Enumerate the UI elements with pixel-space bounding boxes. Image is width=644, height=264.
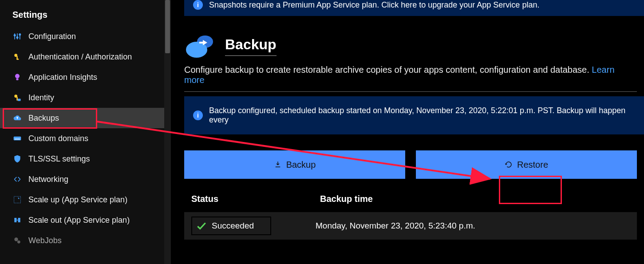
page-title: Backup [225,36,277,56]
sidebar-item-label: Networking [28,175,68,184]
page-header: Backup [184,34,644,59]
sidebar: Settings Configuration Authentication / … [0,0,171,264]
sidebar-item-webjobs[interactable]: WebJobs [0,230,171,251]
scale-out-icon [12,215,22,225]
sliders-icon [12,32,22,41]
backup-configured-banner: i Backup configured, scheduled backup st… [184,96,644,134]
svg-rect-8 [16,59,19,60]
svg-rect-16 [14,197,21,203]
page-description: Configure backup to create restorable ar… [184,65,637,92]
backup-history-table: Status Backup time Succeeded Monday, Nov… [184,194,637,240]
status-cell: Succeeded [191,217,271,235]
sidebar-item-label: Authentication / Authorization [28,52,132,62]
banner-text: Backup configured, scheduled backup star… [209,106,635,125]
status-text: Succeeded [212,221,254,231]
key-tag-icon [12,93,22,102]
network-icon [12,174,22,184]
sidebar-scrollbar-track[interactable] [164,0,171,264]
sidebar-item-label: TLS/SSL settings [28,154,90,164]
sidebar-item-label: Identity [28,93,54,102]
table-header: Status Backup time [184,194,637,204]
restore-icon [505,161,513,169]
scale-up-icon [12,195,22,205]
sidebar-item-networking[interactable]: Networking [0,169,171,189]
sidebar-item-label: Backups [28,114,59,123]
svg-rect-17 [14,218,16,222]
svg-point-3 [14,35,16,36]
banner-text: Snapshots require a Premium App Service … [209,0,539,10]
info-icon: i [193,0,203,10]
sidebar-item-identity[interactable]: Identity [0,87,171,108]
shield-icon [12,154,22,164]
svg-point-9 [15,74,20,79]
sidebar-scrollbar-thumb[interactable] [165,0,170,53]
button-label: Restore [517,160,548,170]
sidebar-item-label: WebJobs [28,236,62,245]
column-header-time: Backup time [320,194,630,204]
svg-point-4 [16,37,18,38]
www-icon: www [12,134,22,143]
sidebar-item-custom-domains[interactable]: www Custom domains [0,128,171,149]
cloud-up-icon [12,113,22,123]
svg-text:www: www [14,138,20,140]
key-icon [12,52,22,62]
sidebar-item-label: Application Insights [28,73,97,82]
info-icon: i [193,110,203,120]
table-row[interactable]: Succeeded Monday, November 23, 2020, 5:2… [184,212,637,240]
sidebar-item-scale-out[interactable]: Scale out (App Service plan) [0,210,171,230]
svg-rect-18 [18,218,20,222]
svg-point-5 [19,34,20,35]
action-button-row: Backup Restore [184,150,637,179]
sidebar-item-authentication[interactable]: Authentication / Authorization [0,47,171,67]
column-header-status: Status [191,194,320,204]
sidebar-item-label: Scale out (App Service plan) [28,216,130,225]
sidebar-item-scale-up[interactable]: Scale up (App Service plan) [0,189,171,210]
svg-rect-13 [18,99,21,101]
sidebar-item-tls-ssl[interactable]: TLS/SSL settings [0,149,171,169]
sidebar-item-backups[interactable]: Backups [0,108,171,128]
restore-button[interactable]: Restore [416,150,637,179]
sidebar-item-label: Custom domains [28,134,88,143]
download-icon [274,161,282,169]
sidebar-item-app-insights[interactable]: Application Insights [0,67,171,87]
time-cell: Monday, November 23, 2020, 5:23:40 p.m. [271,221,630,231]
svg-point-20 [17,240,20,244]
button-label: Backup [286,160,316,170]
sidebar-item-label: Configuration [28,32,76,41]
cloud-backup-icon [184,34,215,59]
svg-rect-10 [16,79,19,80]
svg-point-19 [14,237,18,241]
sidebar-item-configuration[interactable]: Configuration [0,26,171,47]
main-content: i Snapshots require a Premium App Servic… [171,0,644,264]
sidebar-section-header: Settings [0,5,171,26]
backup-button[interactable]: Backup [184,150,405,179]
svg-rect-12 [16,97,18,100]
sidebar-item-label: Scale up (App Service plan) [28,195,127,205]
premium-required-banner[interactable]: i Snapshots require a Premium App Servic… [184,0,644,16]
gears-icon [12,236,22,245]
check-icon [196,220,207,232]
bulb-icon [12,72,22,82]
